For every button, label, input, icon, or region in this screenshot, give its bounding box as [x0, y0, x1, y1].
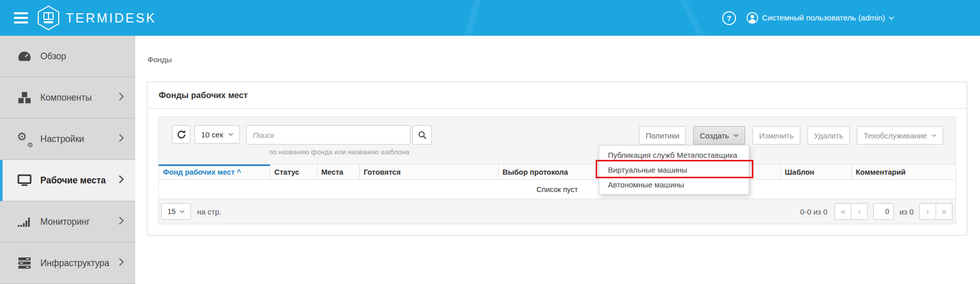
column-header-comment[interactable]: Комментарий [851, 164, 955, 180]
refresh-interval-select[interactable]: 10 сек [194, 125, 240, 144]
topbar: TERMIDESK ? Системный пользователь (admi… [0, 0, 980, 36]
create-button[interactable]: Создать [693, 126, 745, 145]
column-header-seats[interactable]: Места [317, 164, 359, 180]
sidebar-item-label: Обзор [40, 51, 66, 62]
chevron-right-icon [118, 175, 124, 186]
empty-list-text: Список пуст [159, 180, 955, 199]
gauge-icon [17, 51, 32, 62]
brand-logo: TERMIDESK [37, 5, 156, 31]
chevron-down-icon [228, 133, 233, 136]
sidebar-item-label: Инфраструктура [40, 258, 109, 269]
refresh-icon [177, 130, 186, 139]
column-label: Фонд рабочих мест [163, 168, 235, 176]
pagination: 15 на стр. 0-0 из 0 « ‹ из 0 › » [159, 199, 955, 220]
chevron-right-icon [118, 92, 124, 103]
sidebar-item-components[interactable]: Компоненты [0, 77, 135, 119]
menu-item-autonomous-machines[interactable]: Автономные машины [599, 177, 749, 192]
last-page-button[interactable]: » [936, 203, 952, 220]
sidebar-item-label: Мониторинг [40, 217, 90, 227]
search-input[interactable] [246, 125, 410, 145]
sort-asc-icon: ^ [237, 168, 241, 176]
refresh-button[interactable] [172, 125, 190, 144]
server-stack-icon [17, 257, 32, 269]
per-page-label: на стр. [197, 207, 222, 216]
gears-icon: ⚙⚙ [17, 131, 32, 147]
maintenance-button-label: Техобслуживание [864, 131, 927, 140]
prev-page-button[interactable]: ‹ [851, 203, 868, 220]
search-button[interactable] [412, 125, 432, 145]
menu-item-metaprovider-services[interactable]: Публикация служб Метапоставщика [599, 148, 749, 162]
sidebar-item-overview[interactable]: Обзор [0, 36, 135, 77]
cubes-icon [17, 91, 32, 104]
menu-toggle-button[interactable] [14, 12, 28, 23]
brand-name: TERMIDESK [66, 11, 156, 26]
column-header-status[interactable]: Статус [270, 164, 317, 180]
table-empty-row: Список пуст [159, 180, 955, 199]
page-size-value: 15 [167, 207, 176, 216]
delete-button[interactable]: Удалить [807, 126, 850, 145]
sidebar-item-monitoring[interactable]: Мониторинг [0, 201, 135, 243]
pools-panel: 10 сек по названию фонда или названи [158, 116, 956, 224]
chevron-right-icon [118, 133, 124, 145]
search-hint: по названию фонда или названию шаблона [269, 148, 409, 156]
pools-card: Фонды рабочих мест 10 сек [147, 82, 967, 235]
user-menu[interactable]: Системный пользователь (admin) [746, 12, 894, 24]
help-icon[interactable]: ? [722, 11, 736, 25]
create-button-label: Создать [700, 131, 729, 140]
page-number-input[interactable] [873, 203, 894, 220]
chevron-right-icon [118, 216, 124, 227]
signal-bars-icon [17, 217, 32, 227]
chevron-down-icon [180, 210, 185, 213]
page-title: Фонды рабочих мест [148, 82, 967, 109]
sidebar-item-label: Настройки [40, 134, 84, 145]
range-label: 0-0 из 0 [800, 207, 828, 216]
sidebar-item-label: Компоненты [40, 92, 92, 103]
maintenance-button[interactable]: Техобслуживание [857, 126, 943, 145]
column-header-preparing[interactable]: Готовятся [359, 164, 498, 180]
chevron-down-icon [889, 16, 894, 20]
next-page-button[interactable]: › [919, 203, 936, 220]
create-dropdown-menu: Публикация служб Метапоставщика Виртуаль… [599, 145, 749, 195]
policies-button[interactable]: Политики [639, 126, 686, 145]
breadcrumb: Фонды [148, 55, 172, 64]
chevron-down-icon [733, 134, 739, 137]
sidebar-item-workplaces[interactable]: Рабочие места [0, 160, 135, 201]
sidebar-item-infrastructure[interactable]: Инфраструктура [0, 243, 135, 284]
sidebar-item-label: Рабочие места [40, 175, 106, 186]
table-header-row: Фонд рабочих мест ^ Статус Места Готовят… [159, 164, 955, 180]
avatar-icon [746, 12, 758, 24]
search-icon [418, 131, 427, 139]
monitor-icon [17, 174, 32, 186]
column-header-template[interactable]: Шаблон [780, 164, 851, 180]
chevron-right-icon [118, 257, 124, 269]
chevron-down-icon [932, 134, 937, 137]
sidebar: Обзор Компоненты ⚙⚙ Настройки [0, 36, 135, 284]
page-size-select[interactable]: 15 [161, 203, 191, 220]
column-header-pool[interactable]: Фонд рабочих мест ^ [159, 164, 270, 180]
user-name: Системный пользователь (admin) [762, 13, 885, 22]
sidebar-item-settings[interactable]: ⚙⚙ Настройки [0, 119, 135, 160]
pools-table: Фонд рабочих мест ^ Статус Места Готовят… [159, 164, 955, 199]
page-of-label: из 0 [899, 207, 914, 216]
toolbar: 10 сек по названию фонда или названи [159, 117, 955, 156]
edit-button[interactable]: Изменить [752, 126, 800, 145]
menu-item-virtual-machines[interactable]: Виртуальные машины [599, 162, 749, 177]
termidesk-hexagon-icon [37, 5, 60, 31]
refresh-interval-value: 10 сек [201, 130, 223, 139]
first-page-button[interactable]: « [835, 203, 851, 220]
